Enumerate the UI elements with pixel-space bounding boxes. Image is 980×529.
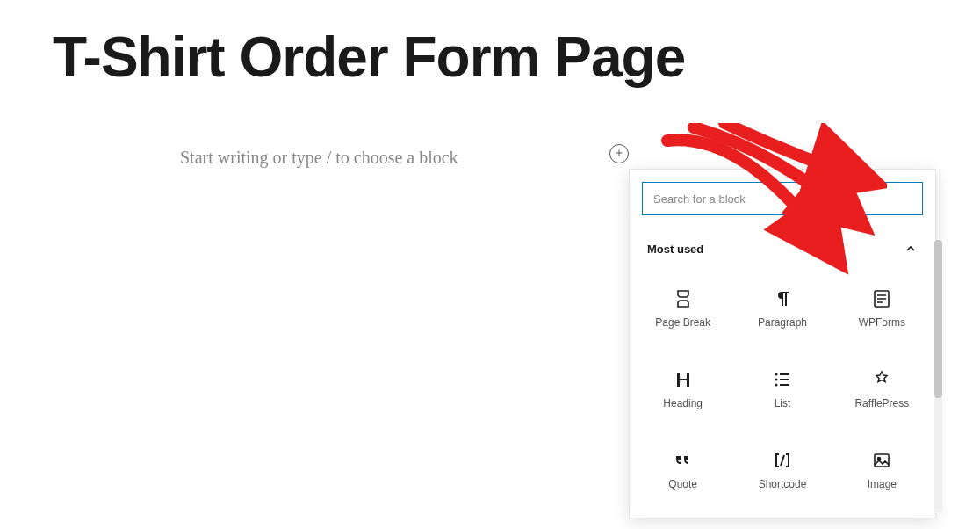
paragraph-placeholder[interactable]: Start writing or type / to choose a bloc…: [180, 148, 458, 168]
block-shortcode[interactable]: Shortcode: [732, 430, 832, 511]
block-label: WPForms: [859, 316, 905, 329]
block-quote[interactable]: Quote: [633, 430, 732, 511]
svg-point-3: [775, 379, 777, 381]
heading-icon: [673, 369, 694, 390]
svg-point-5: [775, 384, 777, 387]
add-block-button[interactable]: [609, 144, 629, 163]
rafflepress-icon: [871, 369, 892, 390]
block-label: Image: [868, 478, 897, 490]
chevron-up-icon: [904, 242, 918, 256]
block-label: Page Break: [655, 316, 710, 329]
wpforms-icon: [871, 288, 892, 309]
svg-point-1: [775, 373, 777, 376]
block-inserter-panel: Most used Page Break Paragraph: [629, 169, 936, 518]
image-icon: [871, 450, 892, 471]
page-break-icon: [673, 288, 694, 309]
block-label: Quote: [668, 478, 697, 490]
block-paragraph[interactable]: Paragraph: [732, 268, 832, 349]
block-label: Heading: [663, 397, 703, 409]
block-image[interactable]: Image: [832, 430, 932, 511]
block-page-break[interactable]: Page Break: [633, 268, 732, 349]
block-label: Paragraph: [758, 316, 807, 329]
svg-rect-7: [875, 454, 889, 467]
block-heading[interactable]: Heading: [633, 349, 732, 430]
section-most-used-header[interactable]: Most used: [630, 226, 935, 268]
block-label: RafflePress: [854, 397, 909, 409]
block-wpforms[interactable]: WPForms: [832, 268, 932, 349]
paragraph-icon: [772, 288, 793, 309]
block-rafflepress[interactable]: RafflePress: [832, 349, 932, 430]
quote-icon: [673, 450, 694, 471]
svg-rect-6: [780, 384, 789, 386]
block-search-input[interactable]: [642, 182, 923, 215]
block-label: Shortcode: [759, 478, 807, 490]
block-label: List: [775, 397, 791, 409]
section-title: Most used: [647, 243, 703, 256]
block-list[interactable]: List: [732, 349, 832, 430]
page-title[interactable]: T-Shirt Order Form Page: [53, 25, 685, 90]
block-grid: Page Break Paragraph WPForms: [630, 268, 935, 511]
list-icon: [772, 369, 793, 390]
scrollbar[interactable]: [934, 240, 942, 512]
plus-icon: [614, 146, 624, 162]
shortcode-icon: [772, 450, 793, 471]
svg-rect-4: [780, 379, 789, 380]
scroll-thumb[interactable]: [934, 240, 942, 398]
svg-rect-2: [780, 373, 789, 375]
